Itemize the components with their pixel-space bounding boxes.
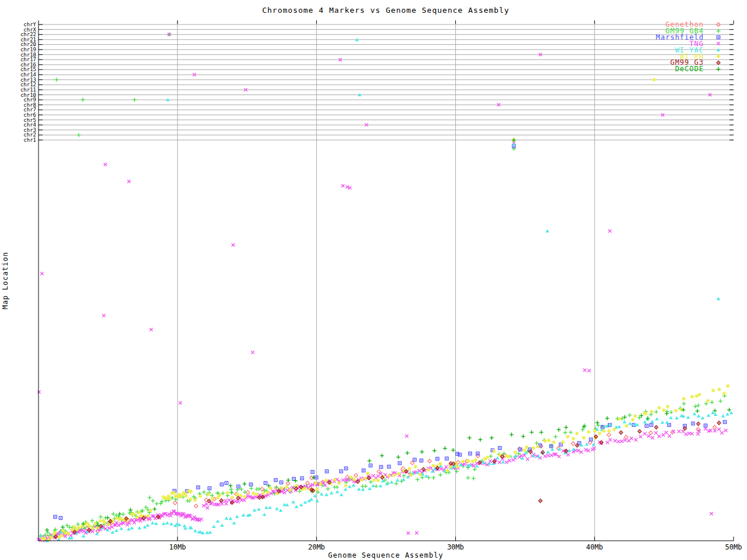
series-fill-markers <box>39 38 733 542</box>
chromosome-rows: chrYchrXchr22chr21chr20chr19chr18chr17ch… <box>20 22 734 143</box>
chromosome-scatter-chart: chrYchrXchr22chr21chr20chr19chr18chr17ch… <box>0 0 747 560</box>
legend-symbol-plus-icon <box>717 67 721 71</box>
series-gm99-gb4 <box>39 33 727 540</box>
x-tick-label: 30Mb <box>447 543 464 551</box>
series-fill-markers <box>55 422 720 537</box>
series-marshfield <box>54 145 727 520</box>
chr-row-label: chr1 <box>23 137 36 143</box>
chart-title: Chromosome 4 Markers vs Genome Sequence … <box>262 6 509 15</box>
series-stroke-markers <box>54 421 721 538</box>
x-tick-label: 10Mb <box>169 543 186 551</box>
series-wi-rh <box>40 78 729 541</box>
scatter-markers <box>37 33 733 542</box>
gridlines <box>177 20 595 541</box>
series-gm99-g3 <box>54 421 721 538</box>
legend: GenethonGM99 GB4MarshfieldTNGWI YACWI RH… <box>656 20 721 73</box>
series-stroke-markers <box>45 138 731 532</box>
legend-symbol-square-dot-icon <box>717 36 720 38</box>
axes <box>39 20 734 541</box>
x-tick-labels: 10Mb20Mb30Mb40Mb50Mb <box>169 543 742 551</box>
x-tick-label: 20Mb <box>308 543 325 551</box>
legend-symbol-star-icon <box>717 54 720 58</box>
legend-symbol-diamond-dot-icon <box>717 61 720 65</box>
legend-label-decode: DeCODE <box>675 65 704 73</box>
series-decode <box>45 138 731 532</box>
series-stroke-markers <box>54 145 727 520</box>
x-tick-label: 40Mb <box>586 543 603 551</box>
series-wi-yac <box>39 38 733 542</box>
x-axis-label: Genome Sequence Assembly <box>328 551 443 559</box>
y-axis-label: Map Location <box>1 252 9 310</box>
series-fill-markers <box>55 146 725 519</box>
series-stroke-markers <box>39 33 727 540</box>
series-stroke-markers <box>40 78 729 541</box>
x-tick-label: 50Mb <box>725 543 742 551</box>
